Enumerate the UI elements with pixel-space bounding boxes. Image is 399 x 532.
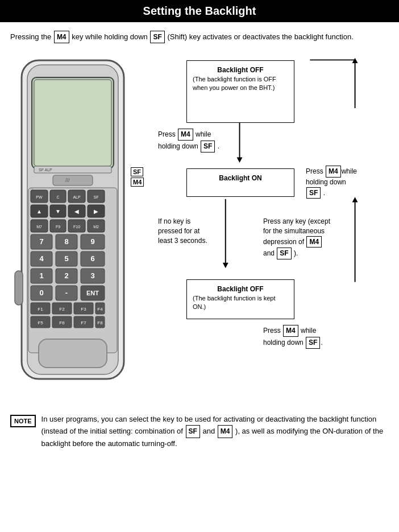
note-icon: NOTE: [10, 415, 36, 427]
svg-text:///: ///: [65, 178, 70, 183]
note-section: NOTE In user programs, you can select th…: [0, 409, 399, 454]
svg-text:ALP: ALP: [73, 195, 81, 199]
device-svg: SF ALP /// PW C ALP SF IE ▲: [10, 55, 135, 385]
svg-text:F3: F3: [81, 307, 86, 312]
press-m4-sf-label-1: Press M4 whileholding down SF .: [158, 129, 243, 152]
svg-text:M2: M2: [93, 225, 99, 229]
m4-key-label: M4: [131, 178, 144, 187]
page-title: Setting the Backlight: [0, 0, 399, 22]
box2-title: Backlight ON: [193, 174, 288, 183]
svg-text:F6: F6: [59, 320, 65, 325]
svg-text:4: 4: [39, 254, 44, 263]
note-m4-key: M4: [218, 425, 233, 438]
press-sf-key-1: SF: [201, 141, 215, 152]
main-content: Pressing the M4 key while holding down S…: [0, 22, 399, 392]
svg-text:F2: F2: [59, 307, 65, 312]
svg-text:2: 2: [64, 271, 68, 280]
svg-text:IE: IE: [31, 187, 34, 191]
sf-key-label: SF: [131, 167, 143, 176]
svg-text:▼: ▼: [55, 208, 61, 215]
svg-text:3: 3: [90, 271, 94, 280]
note-text: In user programs, you can select the key…: [41, 414, 389, 449]
svg-text:▲: ▲: [36, 208, 42, 215]
intro-text-before: Pressing the: [10, 32, 53, 41]
svg-text:PW: PW: [36, 195, 43, 199]
press-any-sf-key: SF: [277, 248, 291, 259]
if-no-key-label: If no key is pressed for at least 3 seco…: [158, 217, 226, 245]
svg-text:7: 7: [39, 237, 43, 246]
press-m4-key-2: M4: [326, 166, 341, 178]
svg-text:▶: ▶: [94, 208, 98, 215]
svg-text:F7: F7: [81, 320, 86, 325]
svg-text:8: 8: [64, 237, 68, 246]
svg-marker-77: [237, 158, 243, 163]
svg-text:-: -: [65, 288, 68, 297]
intro-paragraph: Pressing the M4 key while holding down S…: [10, 31, 389, 43]
diagram-area: SF ALP /// PW C ALP SF IE ▲: [10, 55, 389, 386]
press-sf-key-2: SF: [306, 187, 321, 199]
press-m4-sf-label-2: Press M4whileholding downSF .: [306, 166, 391, 199]
svg-text:F1: F1: [38, 307, 43, 312]
svg-text:1: 1: [39, 271, 43, 280]
flow-diagram: Backlight OFF (The backlight function is…: [152, 55, 389, 386]
press-label-text: Press: [158, 130, 177, 138]
svg-rect-74: [39, 339, 107, 368]
svg-text:F9: F9: [56, 225, 60, 229]
press-m4-sf-label-3: Press M4 whileholding down SF.: [263, 325, 365, 349]
intro-text-after: (Shift) key activates or deactivates the…: [165, 32, 354, 41]
box-backlight-off-bottom: Backlight OFF (The backlight function is…: [186, 279, 294, 319]
svg-text:5: 5: [64, 254, 68, 263]
box3-title: Backlight OFF: [193, 284, 288, 294]
sf-m4-overlay: SF M4: [131, 167, 144, 187]
device-illustration: SF ALP /// PW C ALP SF IE ▲: [10, 55, 147, 386]
svg-text:0: 0: [39, 288, 43, 297]
svg-text:C: C: [56, 195, 59, 199]
press-sf-key-3: SF: [306, 337, 320, 349]
press-m4-key-3: M4: [283, 325, 298, 337]
press-m4-key-1: M4: [178, 129, 193, 141]
box-backlight-on: Backlight ON: [186, 168, 294, 197]
svg-text:◀: ◀: [74, 208, 79, 215]
if-no-key-text: If no key is: [158, 217, 190, 225]
svg-text:M7: M7: [36, 225, 42, 229]
svg-marker-79: [352, 58, 358, 63]
svg-text:F5: F5: [38, 320, 43, 325]
press-any-key-label: Press any key (exceptfor the simultaneou…: [263, 217, 360, 259]
note-sf-key: SF: [186, 425, 200, 438]
box3-sub: (The backlight function is kept ON.): [193, 294, 288, 312]
intro-m4-key: M4: [54, 31, 69, 43]
intro-text-middle: key while holding down: [70, 32, 150, 41]
press-any-m4-key: M4: [306, 236, 322, 248]
box1-sub: (The backlight function is OFF when you …: [193, 75, 288, 93]
svg-rect-6: [53, 175, 93, 185]
box1-title: Backlight OFF: [193, 65, 288, 75]
svg-text:F10: F10: [73, 225, 80, 229]
box-backlight-off-top: Backlight OFF (The backlight function is…: [186, 60, 294, 123]
svg-text:F8: F8: [97, 320, 103, 325]
intro-sf-key: SF: [150, 31, 164, 43]
svg-marker-82: [223, 263, 228, 268]
svg-text:SF  ALP: SF ALP: [39, 168, 52, 172]
svg-rect-3: [34, 80, 111, 166]
svg-text:SF: SF: [94, 195, 99, 199]
svg-text:ENT: ENT: [86, 290, 99, 296]
svg-rect-75: [15, 271, 23, 305]
svg-text:F4: F4: [97, 307, 103, 312]
svg-text:6: 6: [90, 254, 94, 263]
svg-text:9: 9: [90, 237, 94, 246]
